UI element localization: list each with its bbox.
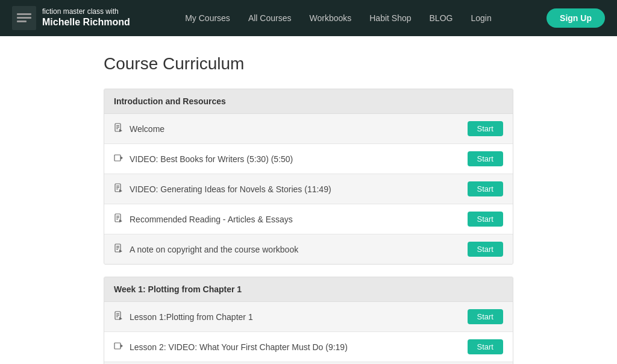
doc-icon (114, 243, 124, 255)
lesson-row: VIDEO: Best Books for Writers (5:30) (5:… (104, 144, 513, 174)
lesson-left: A note on copyright and the course workb… (114, 243, 468, 255)
signup-button[interactable]: Sign Up (547, 8, 605, 28)
navbar: fiction master class with Michelle Richm… (0, 0, 617, 36)
main-content: Course Curriculum Introduction and Resou… (92, 36, 525, 364)
svg-rect-24 (116, 249, 118, 249)
nav-link-habit-shop[interactable]: Habit Shop (369, 13, 411, 23)
doc-icon (114, 311, 124, 322)
start-button[interactable]: Start (468, 242, 503, 257)
lesson-left: Welcome (114, 123, 468, 134)
nav-item-blog[interactable]: BLOG (430, 13, 453, 23)
svg-rect-1 (17, 13, 31, 15)
nav-link-workbooks[interactable]: Workbooks (309, 13, 351, 23)
svg-rect-17 (116, 216, 119, 216)
lesson-title: VIDEO: Best Books for Writers (5:30) (5:… (130, 154, 293, 164)
svg-rect-19 (116, 219, 118, 219)
lesson-title: VIDEO: Generating Ideas for Novels & Sto… (130, 184, 331, 194)
svg-rect-6 (116, 127, 119, 128)
sections-container: Introduction and Resources WelcomeStart … (104, 89, 513, 364)
lesson-left: VIDEO: Generating Ideas for Novels & Sto… (114, 183, 468, 195)
section-header-week1: Week 1: Plotting from Chapter 1 (104, 277, 513, 302)
svg-rect-31 (114, 343, 121, 349)
brand-name: Michelle Richmond (42, 16, 130, 29)
nav-item-habit-shop[interactable]: Habit Shop (369, 13, 411, 23)
svg-rect-7 (116, 128, 118, 129)
start-button[interactable]: Start (468, 309, 503, 324)
lesson-row: Recommended Reading - Articles & EssaysS… (104, 204, 513, 234)
svg-rect-3 (17, 20, 27, 22)
section-header-intro: Introduction and Resources (104, 89, 513, 114)
nav-item-my-courses[interactable]: My Courses (185, 13, 230, 23)
video-icon (114, 341, 124, 353)
svg-rect-27 (116, 313, 119, 314)
course-section-intro: Introduction and Resources WelcomeStart … (104, 89, 513, 265)
nav-item-workbooks[interactable]: Workbooks (309, 13, 351, 23)
svg-rect-29 (116, 316, 118, 317)
video-icon (114, 153, 124, 165)
nav-link-login[interactable]: Login (471, 13, 491, 23)
lesson-row: Lesson 2: VIDEO: What Your First Chapter… (104, 332, 513, 362)
lesson-left: VIDEO: Best Books for Writers (5:30) (5:… (114, 153, 468, 165)
lesson-title: Lesson 2: VIDEO: What Your First Chapter… (130, 342, 348, 352)
svg-rect-28 (116, 315, 119, 316)
svg-rect-18 (116, 218, 119, 218)
nav-item-all-courses[interactable]: All Courses (248, 13, 292, 23)
nav-link-my-courses[interactable]: My Courses (185, 13, 230, 23)
brand: fiction master class with Michelle Richm… (12, 6, 130, 30)
svg-rect-22 (116, 246, 119, 246)
lesson-row: WelcomeStart (104, 114, 513, 144)
doc-icon (114, 183, 124, 195)
lesson-left: Lesson 1:Plotting from Chapter 1 (114, 311, 468, 322)
lesson-left: Recommended Reading - Articles & Essays (114, 213, 468, 225)
nav-link-all-courses[interactable]: All Courses (248, 13, 292, 23)
lesson-left: Lesson 2: VIDEO: What Your First Chapter… (114, 341, 468, 353)
lesson-row: Lesson 1:Plotting from Chapter 1Start (104, 302, 513, 332)
svg-rect-2 (17, 17, 31, 19)
svg-rect-12 (116, 186, 119, 186)
svg-marker-32 (121, 344, 123, 348)
lesson-title: Welcome (130, 124, 164, 134)
lesson-title: Recommended Reading - Articles & Essays (130, 215, 293, 224)
svg-rect-23 (116, 248, 119, 248)
lesson-title: A note on copyright and the course workb… (130, 245, 298, 254)
svg-marker-10 (121, 156, 123, 160)
lesson-title: Lesson 1:Plotting from Chapter 1 (130, 312, 253, 322)
nav-link-blog[interactable]: BLOG (430, 13, 453, 23)
doc-icon (114, 213, 124, 225)
start-button[interactable]: Start (468, 151, 503, 166)
svg-rect-5 (116, 125, 119, 126)
svg-rect-14 (116, 189, 118, 189)
doc-icon (114, 123, 124, 134)
brand-tagline: fiction master class with (42, 7, 119, 16)
start-button[interactable]: Start (468, 121, 503, 136)
course-section-week1: Week 1: Plotting from Chapter 1 Lesson 1… (104, 277, 513, 364)
brand-logo (12, 6, 36, 30)
start-button[interactable]: Start (468, 181, 503, 196)
lesson-row: A note on copyright and the course workb… (104, 234, 513, 264)
start-button[interactable]: Start (468, 212, 503, 227)
nav-links: My Courses All Courses Workbooks Habit S… (185, 13, 492, 23)
brand-text: fiction master class with Michelle Richm… (42, 7, 130, 29)
nav-item-login[interactable]: Login (471, 13, 491, 23)
svg-rect-9 (114, 155, 121, 161)
start-button[interactable]: Start (468, 339, 503, 354)
svg-rect-13 (116, 187, 119, 188)
page-title: Course Curriculum (104, 54, 513, 74)
lesson-row: VIDEO: Generating Ideas for Novels & Sto… (104, 174, 513, 204)
